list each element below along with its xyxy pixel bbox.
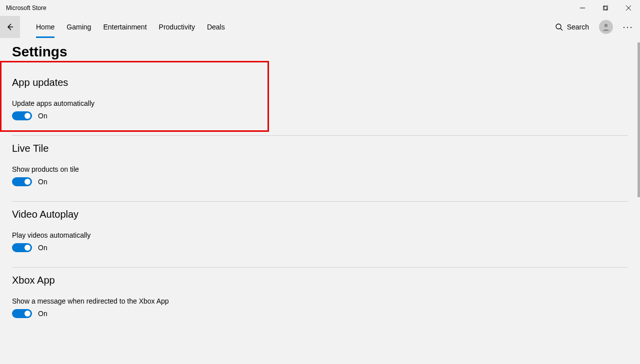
tab-label: Deals [207,23,225,31]
section-heading: Xbox App [12,275,628,286]
minimize-icon [580,5,585,10]
titlebar: Microsoft Store [0,0,640,16]
search-button[interactable]: Search [550,23,594,31]
close-button[interactable] [617,0,640,16]
toggle-row: On [12,111,628,120]
toggle-state: On [38,178,48,186]
toggle-row: On [12,243,628,252]
search-icon [555,23,563,31]
navbar: Home Gaming Entertainment Productivity D… [0,16,640,38]
toggle-row: On [12,177,628,186]
toggle-state: On [38,310,48,318]
section-xbox-app: Xbox App Show a message when redirected … [12,268,628,333]
tab-home[interactable]: Home [30,16,60,38]
more-button[interactable]: ··· [618,17,638,37]
toggle-state: On [38,244,48,252]
tab-label: Entertainment [103,23,146,31]
minimize-button[interactable] [571,0,594,16]
tab-productivity[interactable]: Productivity [153,16,201,38]
toggle-xbox-app[interactable] [12,309,32,318]
window-title: Microsoft Store [0,4,46,11]
svg-rect-2 [604,5,608,9]
window-controls [571,0,640,16]
tab-label: Productivity [159,23,195,31]
more-icon: ··· [622,22,633,32]
section-heading: App updates [12,77,628,88]
nav-right: Search ··· [550,16,640,38]
toggle-app-updates[interactable] [12,111,32,120]
tab-entertainment[interactable]: Entertainment [97,16,152,38]
tab-label: Gaming [66,23,91,31]
content: Settings App updates Update apps automat… [0,44,640,353]
account-button[interactable] [599,20,613,34]
toggle-state: On [38,112,48,120]
setting-label: Play videos automatically [12,231,628,239]
close-icon [626,5,631,10]
toggle-knob [24,179,30,185]
setting-label: Update apps automatically [12,99,628,107]
maximize-icon [603,5,608,10]
person-icon [602,22,610,31]
toggle-knob [24,245,30,251]
toggle-live-tile[interactable] [12,177,32,186]
back-button[interactable] [0,16,20,38]
svg-line-7 [560,28,562,30]
toggle-row: On [12,309,628,318]
search-label: Search [567,23,589,31]
back-arrow-icon [6,23,14,31]
toggle-video-autoplay[interactable] [12,243,32,252]
svg-point-6 [556,24,561,29]
page-title: Settings [12,44,628,60]
section-heading: Video Autoplay [12,209,628,220]
svg-point-8 [604,24,608,27]
section-heading: Live Tile [12,143,628,154]
nav-separator [20,16,30,38]
toggle-knob [24,113,30,119]
maximize-button[interactable] [594,0,617,16]
setting-label: Show a message when redirected to the Xb… [12,297,628,305]
tab-label: Home [36,23,54,31]
tab-gaming[interactable]: Gaming [60,16,97,38]
section-video-autoplay: Video Autoplay Play videos automatically… [12,202,628,268]
scrollbar-thumb[interactable] [638,42,640,197]
svg-rect-1 [603,6,607,10]
tab-deals[interactable]: Deals [201,16,231,38]
toggle-knob [24,311,30,317]
section-app-updates: App updates Update apps automatically On [12,70,628,136]
content-scroll[interactable]: Settings App updates Update apps automat… [0,38,640,364]
setting-label: Show products on tile [12,165,628,173]
section-live-tile: Live Tile Show products on tile On [12,136,628,202]
